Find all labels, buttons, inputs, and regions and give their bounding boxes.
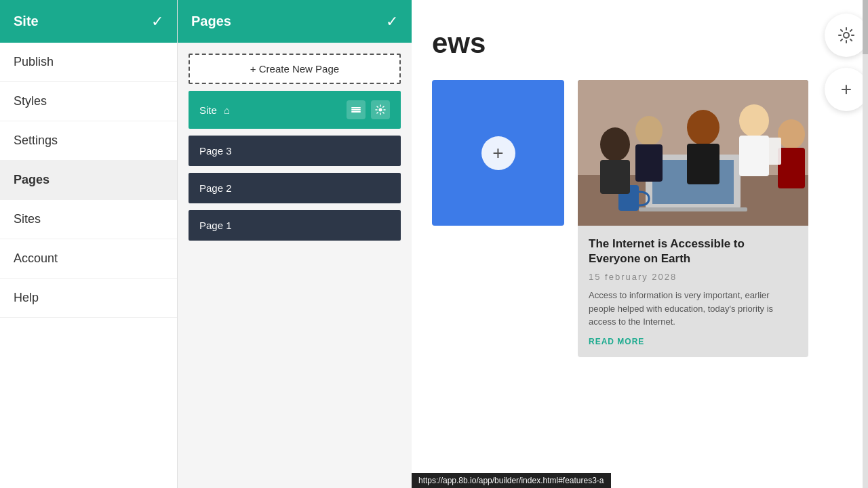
svg-rect-20 (761, 138, 781, 165)
card-photo-image (578, 80, 808, 226)
page-item-site[interactable]: Site ⌂ (189, 91, 401, 129)
svg-point-21 (844, 33, 849, 38)
sidebar-spacer (0, 318, 177, 488)
svg-rect-11 (600, 160, 630, 194)
svg-point-10 (600, 127, 630, 161)
settings-circle-button[interactable] (825, 14, 868, 57)
svg-rect-13 (635, 144, 663, 182)
page-item-site-label: Site ⌂ (199, 104, 230, 116)
read-more-link[interactable]: READ MORE (589, 337, 797, 346)
sidebar-item-sites[interactable]: Sites (0, 200, 177, 239)
add-card-button[interactable]: + (481, 136, 515, 170)
page-item-page3[interactable]: Page 3 (189, 136, 401, 166)
pages-panel-header: Pages ✓ (178, 0, 412, 43)
create-new-page-button[interactable]: + Create New Page (189, 54, 401, 84)
svg-point-18 (778, 119, 805, 149)
card-photo-body: The Internet is Accessible to Everyone o… (578, 226, 808, 357)
sidebar-header: Site ✓ (0, 0, 177, 43)
svg-rect-0 (351, 107, 361, 108)
page-item-page1[interactable]: Page 1 (189, 210, 401, 241)
page-item-page2[interactable]: Page 2 (189, 173, 401, 203)
page2-label: Page 2 (199, 182, 232, 194)
scrollbar-thumb[interactable] (863, 0, 868, 54)
card-text: Access to information is very important,… (589, 289, 797, 329)
sidebar-title: Site (14, 14, 39, 29)
svg-rect-19 (778, 148, 805, 188)
main-content: ews + (412, 0, 868, 488)
pages-panel-title: Pages (191, 14, 231, 29)
layers-icon[interactable] (347, 100, 366, 119)
cards-row: + (432, 80, 848, 357)
svg-point-12 (635, 116, 663, 146)
page-item-site-icons (347, 100, 390, 119)
add-circle-button[interactable]: + (825, 68, 868, 111)
sidebar-item-pages[interactable]: Pages (0, 161, 177, 200)
svg-point-14 (687, 110, 719, 145)
svg-rect-8 (639, 207, 747, 211)
card-photo: The Internet is Accessible to Everyone o… (578, 80, 808, 357)
pages-panel-content: + Create New Page Site ⌂ (178, 43, 412, 251)
card-title: The Internet is Accessible to Everyone o… (589, 237, 797, 266)
sidebar-item-account[interactable]: Account (0, 239, 177, 279)
svg-rect-15 (687, 144, 719, 184)
right-buttons: + (825, 14, 868, 111)
svg-rect-2 (351, 111, 361, 113)
svg-point-3 (379, 108, 382, 112)
pages-panel: Pages ✓ + Create New Page Site ⌂ (178, 0, 412, 488)
svg-point-16 (739, 104, 769, 137)
page1-label: Page 1 (199, 220, 232, 231)
scrollbar[interactable] (863, 0, 868, 488)
sidebar-item-publish[interactable]: Publish (0, 43, 177, 82)
main-inner: ews + (412, 0, 868, 384)
card-date: 15 february 2028 (589, 272, 797, 282)
pages-panel-check: ✓ (386, 13, 398, 30)
card-blue: + (432, 80, 564, 226)
page3-label: Page 3 (199, 145, 232, 157)
svg-rect-1 (351, 109, 361, 110)
sidebar-check: ✓ (151, 13, 163, 30)
sidebar-item-help[interactable]: Help (0, 279, 177, 318)
home-icon: ⌂ (224, 104, 230, 116)
sidebar: Site ✓ Publish Styles Settings Pages Sit… (0, 0, 178, 488)
status-bar: https://app.8b.io/app/builder/index.html… (412, 473, 611, 488)
gear-icon[interactable] (371, 100, 390, 119)
status-bar-url: https://app.8b.io/app/builder/index.html… (418, 476, 604, 485)
page-title: ews (432, 27, 848, 60)
sidebar-item-settings[interactable]: Settings (0, 121, 177, 161)
sidebar-item-styles[interactable]: Styles (0, 82, 177, 121)
